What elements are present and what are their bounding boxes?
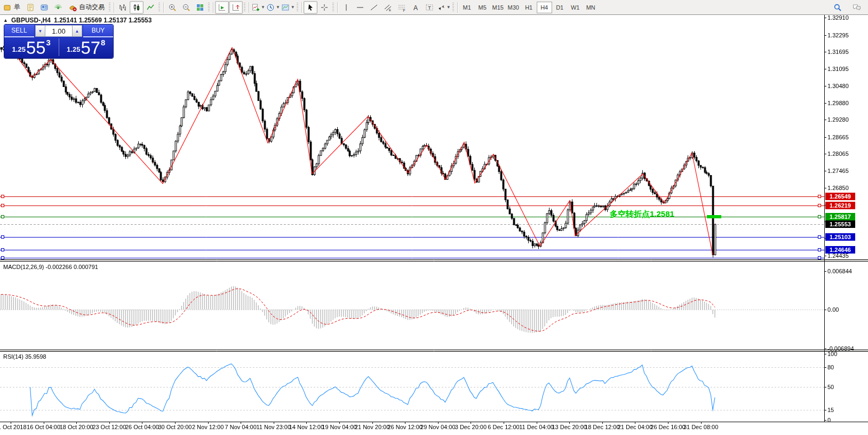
text-label-icon: T	[425, 3, 434, 12]
volume-decrease-button[interactable]: ▼	[35, 25, 45, 37]
indicators-list-icon	[251, 3, 260, 12]
price-line-label: 1.26219	[825, 202, 855, 209]
autotrading-button[interactable]: 自动交易	[65, 1, 108, 14]
timeframe-tf-w1-button[interactable]: W1	[568, 2, 583, 13]
price-axis-tick: 1.29280	[827, 116, 849, 123]
tile-windows-button[interactable]	[193, 1, 207, 14]
buy-price[interactable]: 1.25 57 8	[59, 37, 114, 57]
timeframe-tf-m15-button[interactable]: M15	[490, 2, 506, 13]
equidistant-channel-button[interactable]: E	[381, 1, 395, 14]
price-axis-tick: 1.30480	[827, 83, 849, 89]
cursor-button[interactable]	[304, 1, 317, 14]
toolbar: 单自动交易▼▼▼EFAT▼M1M5M15M30H1H4D1W1MN	[0, 0, 868, 15]
zoom-in-button[interactable]	[165, 1, 179, 14]
trendline-icon	[370, 3, 378, 12]
time-axis-label: 26 Dec 16:00	[650, 424, 685, 430]
chart-shift-button[interactable]	[229, 1, 243, 14]
buy-button[interactable]: BUY	[83, 25, 113, 37]
one-click-toggle-icon[interactable]: ▲	[3, 18, 8, 23]
text-button[interactable]: A	[409, 1, 423, 14]
timeframe-tf-mn-button[interactable]: MN	[583, 2, 599, 13]
timeframe-tf-m30-button[interactable]: M30	[506, 2, 521, 13]
timeframe-tf-m5-button[interactable]: M5	[475, 2, 490, 13]
horizontal-line-button[interactable]	[353, 1, 367, 14]
community-icon	[40, 3, 49, 12]
new-order-icon	[3, 3, 12, 12]
tile-windows-icon	[196, 3, 204, 12]
autotrading-icon	[68, 3, 77, 12]
auto-scroll-button[interactable]	[215, 1, 229, 14]
toolbar-grip	[297, 3, 298, 12]
chart-shift-icon	[232, 3, 240, 12]
candlestick-chart-button[interactable]	[130, 1, 144, 14]
svg-text:F: F	[403, 8, 405, 12]
chevron-down-icon[interactable]: ▼	[447, 5, 451, 10]
arrows-button[interactable]: ▼	[436, 1, 451, 14]
timeframe-tf-h1-button[interactable]: H1	[521, 2, 537, 13]
templates-button[interactable]: ▼	[281, 1, 296, 14]
price-line-label: 1.25103	[825, 233, 855, 241]
rsi-axis-tick: 0	[827, 417, 831, 423]
volume-input[interactable]: 1.00	[45, 25, 72, 37]
tf-m15-label: M15	[492, 4, 503, 11]
tf-h1-label: H1	[525, 4, 532, 11]
signals-button[interactable]	[51, 1, 65, 14]
price-axis-tick: 1.28065	[827, 151, 849, 157]
time-axis-label: 13 Dec 20:00	[552, 424, 586, 430]
sell-price-point: 3	[46, 38, 51, 47]
periods-button[interactable]: ▼	[266, 1, 281, 14]
notes-button[interactable]	[23, 1, 37, 14]
toolbar-grip	[109, 3, 110, 12]
timeframe-tf-m1-button[interactable]: M1	[459, 2, 475, 13]
chevron-down-icon[interactable]: ▼	[261, 5, 265, 10]
vertical-line-icon	[342, 3, 351, 12]
sell-button[interactable]: SELL	[4, 25, 34, 37]
price-axis-tick: 1.29880	[827, 100, 849, 106]
time-axis-label: 16 Oct 04:00	[27, 424, 60, 430]
chart-annotation-text[interactable]: 多空转折点1.2581	[610, 209, 674, 219]
search-button[interactable]	[831, 1, 845, 14]
tf-m5-label: M5	[479, 4, 487, 11]
rsi-indicator-label: RSI(14) 35.9598	[3, 353, 46, 360]
volume-increase-button[interactable]: ▲	[72, 25, 82, 37]
crosshair-button[interactable]	[317, 1, 331, 14]
tf-m30-label: M30	[507, 4, 519, 11]
chart-canvas[interactable]	[0, 0, 868, 435]
time-axis-label: 21 Dec 04:00	[618, 424, 652, 430]
time-axis-label: 3 Dec 20:00	[455, 424, 487, 430]
chevron-down-icon[interactable]: ▼	[291, 5, 295, 10]
bar-chart-button[interactable]	[116, 1, 130, 14]
timeframe-tf-h4-button[interactable]: H4	[537, 2, 552, 13]
price-line-label: 1.25817	[825, 213, 855, 220]
time-axis-label: 11 Oct 2018	[0, 424, 27, 430]
annotation-line-segment[interactable]	[707, 215, 721, 218]
toolbar-separator	[114, 2, 114, 13]
zoom-out-button[interactable]	[179, 1, 193, 14]
line-chart-button[interactable]	[144, 1, 157, 14]
cursor-icon	[306, 3, 315, 12]
vertical-line-button[interactable]	[339, 1, 353, 14]
new-order-button[interactable]: 单	[0, 1, 23, 14]
fibonacci-retracement-button[interactable]: F	[395, 1, 409, 14]
time-axis-label: 7 Nov 04:00	[225, 424, 257, 430]
buy-price-pips: 57	[81, 41, 100, 56]
price-line-label: 1.25553	[825, 220, 855, 228]
time-axis-label: 2 Nov 12:00	[192, 424, 224, 430]
price-axis-tick: 1.28665	[827, 134, 849, 140]
sell-price[interactable]: 1.25 55 3	[4, 37, 59, 57]
timeframe-tf-d1-button[interactable]: D1	[552, 2, 568, 13]
zoom-in-icon	[168, 3, 177, 12]
text-label-button[interactable]: T	[423, 1, 436, 14]
chat-button[interactable]	[850, 1, 864, 14]
fibonacci-retracement-icon: F	[397, 3, 406, 12]
time-axis-label: 31 Dec 08:00	[683, 424, 718, 430]
trendline-button[interactable]	[367, 1, 381, 14]
new-order-label: 单	[14, 3, 20, 12]
toolbar-separator	[337, 2, 338, 13]
community-button[interactable]	[37, 1, 51, 14]
sell-price-base: 1.25	[12, 45, 26, 53]
tf-m1-label: M1	[463, 4, 471, 11]
price-axis-tick: 1.31095	[827, 66, 849, 72]
chevron-down-icon[interactable]: ▼	[276, 5, 280, 10]
indicators-list-button[interactable]: ▼	[251, 1, 266, 14]
